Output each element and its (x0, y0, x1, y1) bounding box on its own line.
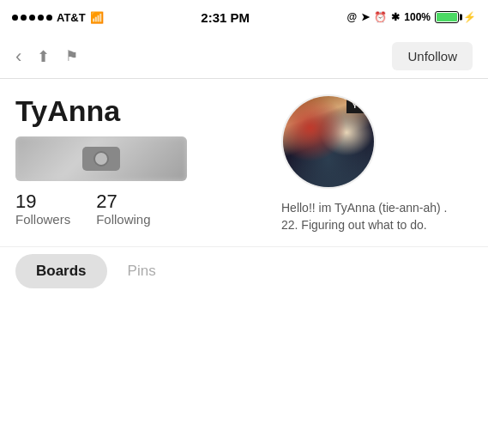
charging-icon: ⚡ (463, 11, 476, 23)
stats-row: 19 Followers 27 Following (15, 191, 264, 227)
status-right: @ ➤ ⏰ ✱ 100% ⚡ (347, 11, 476, 23)
time-display: 2:31 PM (201, 10, 250, 25)
unfollow-button[interactable]: Unfollow (392, 42, 473, 70)
following-stat: 27 Following (96, 191, 150, 227)
battery-percent: 100% (404, 11, 431, 23)
alarm-icon: ⏰ (374, 11, 387, 23)
tabs-section: Boards Pins (0, 246, 488, 288)
wifi-icon: 📶 (90, 11, 104, 24)
back-icon[interactable]: ‹ (15, 45, 21, 68)
following-label: Following (96, 212, 150, 227)
camera-icon (82, 147, 120, 171)
share-icon[interactable]: ⬆ (37, 47, 50, 66)
bio-text: Hello!! im TyAnna (tie-ann-ah) . 22. Fig… (281, 199, 461, 234)
battery-indicator (435, 11, 459, 23)
hat-text: YT# (346, 98, 372, 113)
profile-section: TyAnna 19 Followers 27 Following YT# Hel… (0, 79, 488, 243)
location-icon: ➤ (361, 11, 370, 23)
profile-right: YT# Hello!! im TyAnna (tie-ann-ah) . 22.… (281, 94, 473, 234)
bluetooth-icon: ✱ (391, 11, 400, 23)
tab-boards[interactable]: Boards (15, 254, 107, 288)
flag-icon[interactable]: ⚑ (65, 47, 78, 65)
avatar: YT# (281, 94, 376, 189)
followers-stat: 19 Followers (15, 191, 70, 227)
status-bar: AT&T 📶 2:31 PM @ ➤ ⏰ ✱ 100% ⚡ (0, 0, 488, 34)
cover-image (15, 136, 187, 181)
at-icon: @ (347, 11, 358, 23)
following-count: 27 (96, 191, 150, 212)
followers-count: 19 (15, 191, 70, 212)
followers-label: Followers (15, 212, 70, 227)
nav-bar: ‹ ⬆ ⚑ Unfollow (0, 34, 488, 79)
tab-pins[interactable]: Pins (107, 254, 177, 288)
profile-left: TyAnna 19 Followers 27 Following (15, 94, 264, 234)
signal-dots (12, 15, 52, 21)
nav-left-icons: ‹ ⬆ ⚑ (15, 45, 78, 68)
carrier-label: AT&T (57, 11, 86, 24)
status-left: AT&T 📶 (12, 11, 104, 24)
profile-name: TyAnna (15, 94, 264, 128)
